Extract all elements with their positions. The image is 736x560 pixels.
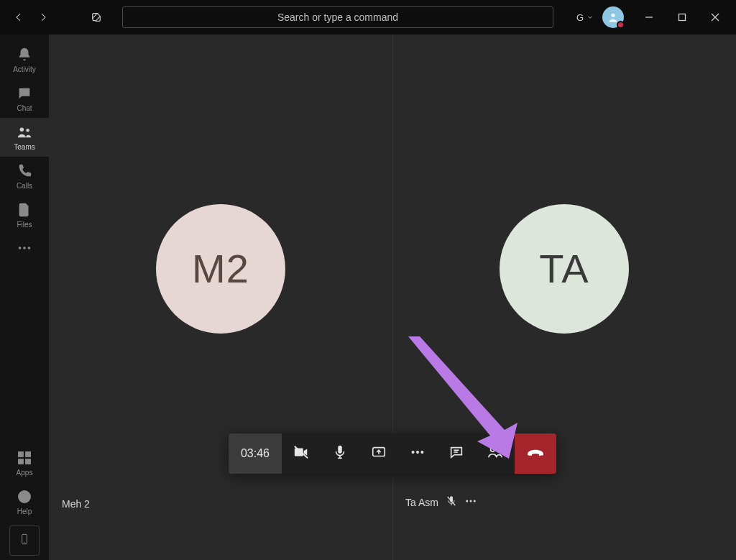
participant-initials: M2 <box>192 245 249 292</box>
camera-off-icon <box>293 444 309 463</box>
more-icon <box>410 444 426 463</box>
title-bar-right: G <box>576 6 732 29</box>
chat-icon <box>17 86 32 103</box>
search-bar[interactable] <box>122 6 553 28</box>
rail-item-teams[interactable]: Teams <box>0 118 49 157</box>
rail-item-chat[interactable]: Chat <box>0 79 49 118</box>
svg-point-32 <box>491 448 495 452</box>
files-icon <box>17 202 32 219</box>
app-rail: Activity Chat Teams Calls Files <box>0 35 49 560</box>
svg-point-9 <box>28 247 31 249</box>
participant-name: Meh 2 <box>62 498 90 510</box>
call-timer-text: 03:46 <box>241 447 270 460</box>
mic-toggle-button[interactable] <box>321 433 359 474</box>
profile-avatar[interactable] <box>602 6 624 28</box>
svg-point-5 <box>20 127 24 132</box>
maximize-button[interactable] <box>666 6 699 29</box>
hang-up-icon <box>526 443 545 464</box>
svg-point-29 <box>420 451 423 454</box>
participant-avatar: M2 <box>156 204 285 334</box>
svg-point-22 <box>474 500 476 502</box>
app-body: Activity Chat Teams Calls Files <box>0 35 736 560</box>
rail-item-more[interactable] <box>0 234 49 263</box>
more-icon <box>17 240 32 257</box>
rail-label: Files <box>17 221 32 229</box>
title-bar: G <box>0 0 736 35</box>
rail-item-calls[interactable]: Calls <box>0 157 49 196</box>
participant-name-strip: Ta Asm <box>405 495 477 510</box>
mobile-icon <box>19 531 30 550</box>
call-control-bar: 03:46 <box>229 433 556 474</box>
meeting-stage: M2 Meh 2 TA Ta Asm <box>49 35 736 560</box>
svg-point-20 <box>466 500 468 502</box>
presence-indicator <box>617 21 625 29</box>
teams-icon <box>17 124 32 142</box>
svg-point-7 <box>19 247 22 249</box>
svg-point-27 <box>412 451 415 454</box>
rail-item-help[interactable]: Help <box>0 482 49 521</box>
rail-item-apps[interactable]: Apps <box>0 444 49 482</box>
share-icon <box>371 444 387 463</box>
rail-label: Teams <box>14 143 34 151</box>
rail-item-activity[interactable]: Activity <box>0 40 49 79</box>
participant-tile-0[interactable]: M2 Meh 2 <box>49 35 392 560</box>
microphone-icon <box>332 444 348 463</box>
rail-label: Help <box>17 508 32 515</box>
show-conversation-button[interactable] <box>437 433 476 474</box>
participant-avatar: TA <box>500 204 629 334</box>
new-chat-button[interactable] <box>86 7 106 27</box>
phone-icon <box>17 163 32 180</box>
rail-bottom: Apps Help <box>0 444 49 560</box>
svg-point-21 <box>469 500 472 502</box>
svg-point-6 <box>26 128 29 132</box>
chat-icon <box>448 444 464 463</box>
rail-item-mobile[interactable] <box>9 525 40 556</box>
muted-icon <box>446 495 457 509</box>
participant-name: Ta Asm <box>405 497 438 508</box>
camera-toggle-button[interactable] <box>282 433 321 474</box>
hang-up-button[interactable] <box>515 433 556 474</box>
call-timer: 03:46 <box>229 433 282 474</box>
svg-rect-11 <box>26 451 30 456</box>
minimize-button[interactable] <box>632 6 666 29</box>
rail-label: Activity <box>13 65 36 73</box>
svg-rect-13 <box>26 459 30 463</box>
svg-point-28 <box>416 451 419 454</box>
participant-tile-1[interactable]: TA Ta Asm <box>392 35 736 560</box>
apps-icon <box>17 450 32 467</box>
rail-label: Chat <box>17 104 32 112</box>
svg-point-8 <box>23 247 26 249</box>
close-button[interactable] <box>699 6 732 29</box>
more-actions-button[interactable] <box>398 433 437 474</box>
nav-arrows <box>9 7 53 27</box>
org-label: G <box>576 12 584 23</box>
svg-point-33 <box>497 449 500 452</box>
participant-name-strip: Meh 2 <box>62 498 90 510</box>
people-icon <box>487 444 503 463</box>
rail-label: Apps <box>17 469 33 477</box>
participant-more-button[interactable] <box>464 495 477 510</box>
bell-icon <box>17 47 32 64</box>
forward-button[interactable] <box>33 7 53 27</box>
search-input[interactable] <box>132 12 544 23</box>
share-screen-button[interactable] <box>359 433 398 474</box>
svg-rect-12 <box>19 459 23 463</box>
svg-point-0 <box>611 14 615 17</box>
org-switcher[interactable]: G <box>576 12 594 23</box>
rail-label: Calls <box>17 182 32 190</box>
help-icon <box>17 489 32 506</box>
participant-initials: TA <box>539 245 589 292</box>
svg-point-15 <box>24 499 24 500</box>
teams-window: G Activity <box>0 0 736 560</box>
svg-rect-10 <box>19 451 23 456</box>
back-button[interactable] <box>9 7 29 27</box>
svg-rect-2 <box>679 14 686 21</box>
rail-item-files[interactable]: Files <box>0 196 49 234</box>
show-participants-button[interactable] <box>476 433 515 474</box>
